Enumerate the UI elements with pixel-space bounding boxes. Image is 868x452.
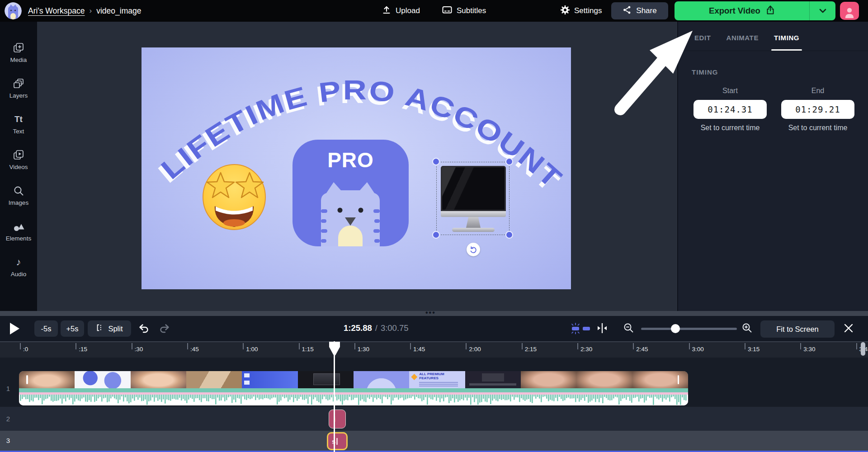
tab-edit[interactable]: EDIT bbox=[694, 34, 711, 51]
top-bar: Ari's Workspace › video_image Upload Sub… bbox=[0, 0, 868, 22]
end-time-input[interactable] bbox=[781, 100, 854, 119]
ruler-tick bbox=[75, 343, 76, 349]
ruler-tick-label: :0 bbox=[23, 346, 28, 353]
redo-button[interactable] bbox=[159, 324, 170, 333]
resize-handle-top-right[interactable] bbox=[505, 158, 513, 165]
clip-thumbnail-face-e bbox=[632, 371, 688, 388]
rewind-5s-label: -5s bbox=[41, 325, 52, 333]
sidebar-item-images[interactable]: Images bbox=[9, 184, 28, 206]
clip-thumbnail-dark-editor bbox=[465, 371, 521, 388]
zoom-out-button[interactable] bbox=[623, 322, 635, 334]
breadcrumb-project-name[interactable]: video_image bbox=[96, 6, 141, 16]
play-button[interactable] bbox=[10, 323, 19, 334]
trim-mode-toggle[interactable] bbox=[596, 323, 609, 334]
preview-area: LIFETIME PRO ACCOUNT LIFETIME PRO ACCOUN… bbox=[37, 22, 677, 311]
subtitles-button[interactable]: Subtitles bbox=[442, 0, 486, 22]
subtitles-label: Subtitles bbox=[457, 6, 486, 15]
selected-text-clip-track-3[interactable]: s bbox=[327, 432, 348, 450]
properties-panel: EDITANIMATETIMING TIMING Start Set to cu… bbox=[677, 22, 868, 311]
sidebar-item-audio[interactable]: ♪Audio bbox=[11, 256, 27, 278]
redo-icon bbox=[159, 324, 170, 333]
fit-to-screen-button[interactable]: Fit to Screen bbox=[760, 320, 835, 338]
upload-button[interactable]: Upload bbox=[382, 0, 420, 22]
zoom-in-icon bbox=[741, 322, 753, 334]
video-clip-track-1[interactable]: ALL PREMIUM FEATURES bbox=[19, 371, 688, 405]
panel-resize-divider[interactable]: ••• bbox=[0, 311, 868, 316]
export-video-button[interactable]: Export Video bbox=[675, 1, 809, 20]
gear-icon bbox=[561, 5, 570, 17]
breadcrumb-workspace[interactable]: Ari's Workspace bbox=[28, 6, 85, 16]
rewind-5s-button[interactable]: -5s bbox=[34, 320, 58, 337]
kapwing-logo[interactable] bbox=[5, 2, 22, 19]
resize-handle-bottom-left[interactable] bbox=[432, 231, 440, 239]
ruler-tick-label: 3:00 bbox=[692, 346, 704, 353]
premium-slide-text: ALL PREMIUM FEATURES bbox=[419, 372, 451, 380]
split-icon bbox=[96, 324, 104, 334]
timeline-scrollbar[interactable] bbox=[861, 342, 865, 356]
ruler-tick-label: 1:00 bbox=[246, 346, 258, 353]
ruler-tick-label: 1:15 bbox=[302, 346, 314, 353]
ruler-tick-label: 2:00 bbox=[469, 346, 481, 353]
share-button[interactable]: Share bbox=[611, 2, 668, 19]
current-time: 1:25.88 bbox=[344, 323, 372, 333]
rotate-handle[interactable] bbox=[467, 243, 480, 256]
total-duration: 3:00.75 bbox=[381, 323, 409, 333]
clip-thumbnail-desk bbox=[186, 371, 242, 388]
tab-animate[interactable]: ANIMATE bbox=[726, 34, 759, 51]
ruler-tick bbox=[354, 343, 355, 349]
chevron-down-icon bbox=[819, 7, 826, 15]
resize-handle-bottom-right[interactable] bbox=[505, 231, 513, 239]
breadcrumb-separator: › bbox=[90, 6, 92, 15]
cat-illustration bbox=[303, 174, 398, 246]
timeline-zoom-slider[interactable] bbox=[641, 328, 737, 330]
export-label: Export Video bbox=[709, 6, 760, 16]
share-icon bbox=[623, 5, 632, 17]
track-row-2-strip bbox=[0, 407, 868, 431]
tab-timing[interactable]: TIMING bbox=[774, 34, 799, 51]
ruler-tick bbox=[577, 343, 578, 349]
export-options-dropdown[interactable] bbox=[809, 1, 835, 20]
drag-handle-dots[interactable]: ••• bbox=[425, 309, 436, 317]
snapping-toggle[interactable] bbox=[571, 322, 591, 334]
timeline-zoom-slider-thumb[interactable] bbox=[671, 324, 680, 333]
forward-5s-button[interactable]: +5s bbox=[61, 320, 84, 337]
split-button[interactable]: Split bbox=[88, 320, 131, 337]
clip-trim-handle-right[interactable] bbox=[678, 375, 679, 384]
start-time-input[interactable] bbox=[693, 100, 767, 119]
track-label-1: 1 bbox=[0, 385, 16, 392]
undo-button[interactable] bbox=[138, 324, 149, 333]
ruler-tick-label: 3:15 bbox=[748, 346, 760, 353]
resize-handle-top-left[interactable] bbox=[432, 158, 440, 165]
track-row-3-strip bbox=[0, 431, 868, 451]
subtitles-icon bbox=[442, 5, 452, 17]
video-canvas[interactable]: LIFETIME PRO ACCOUNT LIFETIME PRO ACCOUN… bbox=[142, 47, 571, 289]
clip-trim-handle-left[interactable] bbox=[26, 375, 28, 384]
set-start-to-current-time[interactable]: Set to current time bbox=[701, 124, 760, 132]
text-clip-track-2[interactable]: i bbox=[329, 410, 346, 428]
zoom-in-button[interactable] bbox=[741, 322, 753, 334]
clip-thumbnail-premium: ALL PREMIUM FEATURES bbox=[409, 371, 465, 388]
kapwing-pro-icon[interactable]: PRO bbox=[292, 140, 409, 246]
settings-button[interactable]: Settings bbox=[561, 0, 602, 22]
sidebar-item-label: Images bbox=[9, 199, 28, 206]
sidebar-item-media[interactable]: Media bbox=[10, 42, 27, 63]
pro-badge-text: PRO bbox=[292, 148, 409, 172]
star-struck-emoji[interactable] bbox=[201, 163, 269, 231]
ruler-tick bbox=[522, 343, 523, 349]
settings-label: Settings bbox=[574, 6, 602, 15]
sidebar-item-text[interactable]: TtText bbox=[13, 113, 24, 135]
sidebar-item-layers[interactable]: Layers bbox=[9, 77, 28, 99]
close-timeline-button[interactable] bbox=[844, 323, 854, 333]
sidebar-item-elements[interactable]: Elements bbox=[6, 220, 31, 242]
person-icon bbox=[844, 6, 855, 20]
snapping-icon bbox=[571, 322, 591, 334]
ruler-tick-label: :45 bbox=[190, 346, 199, 353]
ruler-tick bbox=[132, 343, 132, 349]
timeline-ruler[interactable]: :0:15:30:451:001:151:301:452:002:152:302… bbox=[0, 341, 868, 358]
ruler-tick bbox=[187, 343, 188, 349]
set-end-to-current-time[interactable]: Set to current time bbox=[788, 124, 848, 132]
sidebar-item-videos[interactable]: Videos bbox=[9, 149, 28, 170]
cat-logo-icon bbox=[5, 2, 22, 19]
user-avatar[interactable] bbox=[840, 2, 859, 20]
tools-sidebar: MediaLayersTtTextVideosImagesElements♪Au… bbox=[0, 22, 37, 311]
